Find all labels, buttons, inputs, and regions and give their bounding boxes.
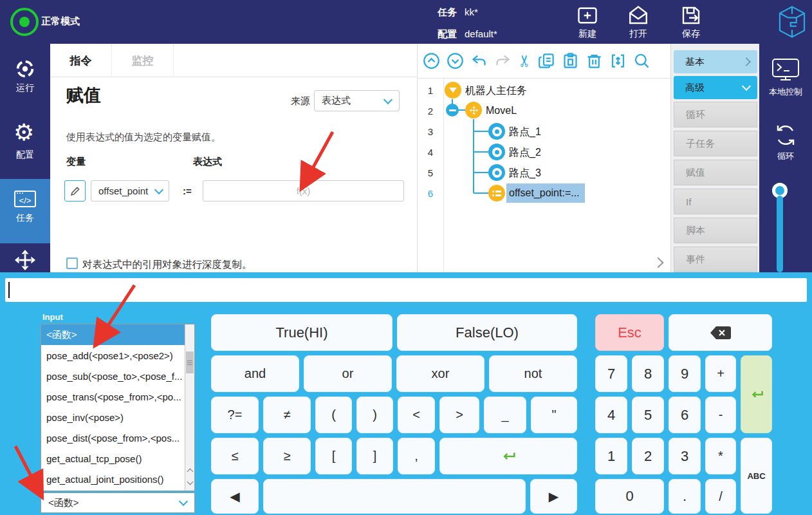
instruction-item-if[interactable]: If — [674, 189, 757, 214]
movel-icon[interactable] — [465, 102, 482, 118]
key-false-lo[interactable]: False(LO) — [397, 314, 577, 351]
instruction-item-event[interactable]: 事件 — [674, 247, 757, 272]
category-basic[interactable]: 基本 — [674, 50, 757, 73]
key-arrow-left[interactable]: ◀ — [211, 479, 259, 514]
edit-variable-button[interactable] — [64, 180, 86, 201]
tree-row[interactable]: 机器人主任务 — [465, 84, 527, 98]
key-arrow-right[interactable]: ▶ — [530, 479, 577, 514]
move-down-icon[interactable] — [447, 52, 464, 70]
key-greater-equal[interactable]: ≥ — [263, 438, 311, 474]
task-icon[interactable]: </> — [14, 188, 37, 209]
category-advanced[interactable]: 高级 — [674, 76, 757, 99]
waypoint-icon[interactable] — [488, 123, 505, 140]
undo-icon[interactable] — [470, 52, 488, 70]
search-icon[interactable] — [633, 52, 651, 70]
scrollbar-thumb[interactable] — [186, 351, 194, 373]
variable-select[interactable]: offset_point — [91, 180, 169, 201]
open-task-button[interactable]: 打开 — [622, 28, 655, 40]
key-true-hi[interactable]: True(HI) — [211, 314, 392, 351]
collapse-minus-icon[interactable] — [446, 104, 459, 117]
key-3[interactable]: 3 — [669, 438, 701, 474]
tree-row-selected[interactable]: offset_point:=... — [509, 187, 580, 199]
key-not-equal[interactable]: ≠ — [263, 397, 311, 433]
sidebar-item-run[interactable]: 运行 — [0, 82, 50, 94]
list-item[interactable]: get_actual_joint_positions() — [41, 469, 190, 489]
key-backspace[interactable] — [669, 314, 772, 351]
key-question-assign[interactable]: ?= — [211, 397, 259, 433]
delete-icon[interactable] — [586, 52, 603, 70]
tab-monitor[interactable]: 监控 — [112, 44, 174, 77]
new-task-icon[interactable] — [576, 4, 599, 27]
key-dot[interactable]: . — [669, 479, 701, 514]
key-7[interactable]: 7 — [595, 355, 627, 392]
list-item[interactable]: get_actual_tcp_pose() — [41, 448, 190, 469]
key-comma[interactable]: , — [398, 438, 435, 474]
paste-icon[interactable] — [562, 52, 579, 70]
key-quote[interactable]: " — [531, 397, 577, 433]
scroll-down-icon[interactable] — [188, 475, 192, 487]
list-item[interactable]: pose_inv(<pose>) — [41, 407, 190, 427]
key-enter[interactable] — [741, 355, 772, 433]
list-item[interactable]: pose_trans(<pose_from>,<po... — [41, 386, 190, 407]
key-plus[interactable]: + — [705, 355, 736, 392]
save-task-icon[interactable] — [679, 4, 703, 27]
assignment-icon[interactable] — [488, 185, 505, 201]
list-item[interactable]: pose_dist(<pose_from>,<pos... — [41, 427, 190, 448]
key-1[interactable]: 1 — [595, 438, 627, 474]
key-2[interactable]: 2 — [632, 438, 664, 474]
instruction-item-assign[interactable]: 赋值 — [674, 160, 757, 185]
key-lbracket[interactable]: [ — [315, 438, 352, 474]
key-5[interactable]: 5 — [632, 397, 664, 433]
move-up-icon[interactable] — [423, 52, 440, 70]
key-0[interactable]: 0 — [595, 479, 664, 514]
function-dropdown[interactable]: <函数> — [41, 492, 195, 513]
config-icon[interactable]: ⚙ — [14, 121, 34, 144]
key-less-equal[interactable]: ≤ — [211, 438, 259, 474]
waypoint-icon[interactable] — [488, 164, 505, 181]
key-rbracket[interactable]: ] — [356, 438, 393, 474]
waypoint-icon[interactable] — [488, 144, 505, 160]
copy-icon[interactable] — [538, 52, 555, 70]
key-less-than[interactable]: < — [398, 397, 435, 433]
move-icon[interactable] — [14, 248, 37, 272]
key-esc[interactable]: Esc — [595, 314, 664, 351]
key-abc[interactable]: ABC — [741, 438, 772, 514]
instruction-item-loop[interactable]: 循环 — [674, 102, 757, 127]
save-task-button[interactable]: 保存 — [674, 28, 708, 40]
list-scrollbar[interactable] — [185, 324, 194, 491]
instruction-item-script[interactable]: 脚本 — [674, 218, 757, 243]
tree-row[interactable]: 路点_1 — [509, 126, 541, 139]
list-item[interactable]: pose_sub(<pose_to>,<pose_f... — [41, 366, 190, 386]
source-select[interactable]: 表达式 — [314, 90, 400, 111]
key-underscore[interactable]: _ — [484, 397, 526, 433]
keyboard-input[interactable] — [5, 278, 807, 302]
key-8[interactable]: 8 — [632, 355, 664, 392]
list-item[interactable]: <函数> — [41, 324, 190, 345]
key-slash[interactable]: / — [705, 479, 736, 514]
sidebar-item-local-control[interactable]: 本地控制 — [759, 86, 812, 98]
key-and[interactable]: and — [211, 355, 299, 392]
key-not[interactable]: not — [489, 355, 577, 392]
sidebar-item-loop[interactable]: 循环 — [759, 151, 812, 162]
speed-slider-track[interactable] — [777, 196, 783, 272]
instruction-item-subtask[interactable]: 子任务 — [674, 131, 757, 156]
tree-row[interactable]: 路点_2 — [509, 146, 541, 160]
key-xor[interactable]: xor — [396, 355, 484, 392]
local-control-icon[interactable] — [771, 58, 800, 84]
replace-icon[interactable] — [609, 52, 627, 70]
sidebar-item-config[interactable]: 配置 — [0, 149, 50, 161]
cut-icon[interactable]: ✂ — [515, 54, 534, 68]
key-greater-than[interactable]: > — [439, 397, 479, 433]
new-task-button[interactable]: 新建 — [571, 28, 604, 40]
redo-icon[interactable] — [494, 52, 512, 70]
key-lparen[interactable]: ( — [315, 397, 352, 433]
key-4[interactable]: 4 — [595, 397, 627, 433]
sidebar-item-task[interactable]: 任务 — [0, 212, 50, 224]
list-item[interactable]: pose_add(<pose1>,<pose2>) — [41, 345, 190, 366]
key-6[interactable]: 6 — [669, 397, 701, 433]
task-root-icon[interactable] — [445, 82, 461, 98]
tree-row[interactable]: 路点_3 — [509, 167, 541, 180]
key-rparen[interactable]: ) — [356, 397, 393, 433]
key-star[interactable]: * — [705, 438, 736, 474]
tree-row[interactable]: MoveL — [486, 105, 517, 117]
